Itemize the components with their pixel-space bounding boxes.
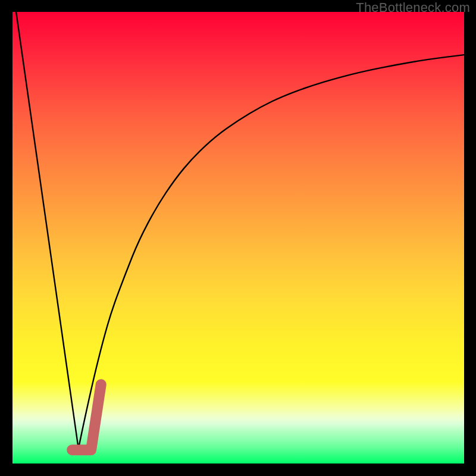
- curve-right-rise: [79, 55, 464, 449]
- plot-svg: [12, 12, 464, 464]
- plot-area: [12, 12, 464, 464]
- curve-left-descent: [16, 12, 79, 449]
- watermark-text: TheBottleneck.com: [356, 0, 470, 15]
- optimal-marker: [72, 384, 101, 450]
- chart-stage: TheBottleneck.com: [0, 0, 476, 476]
